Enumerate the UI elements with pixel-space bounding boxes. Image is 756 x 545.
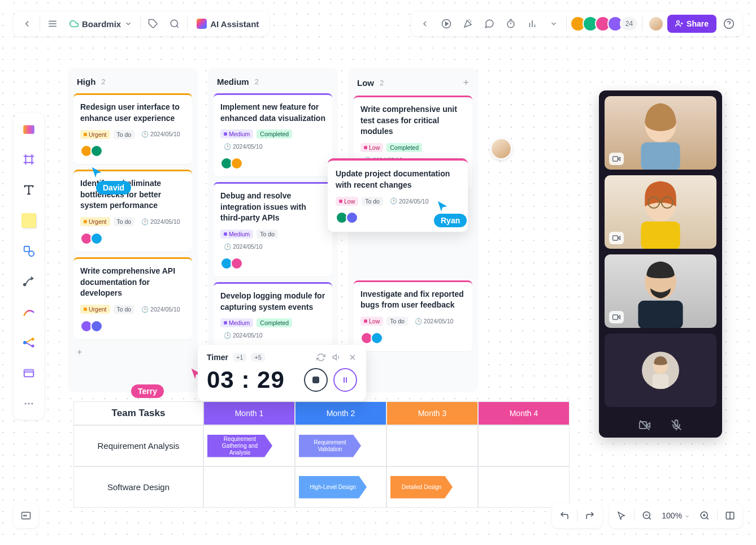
text-tool[interactable] bbox=[19, 180, 39, 200]
zoom-level[interactable]: 100% bbox=[659, 511, 692, 520]
svg-point-40 bbox=[28, 403, 29, 404]
sticky-note-tool[interactable] bbox=[19, 210, 39, 231]
confetti-button[interactable] bbox=[459, 15, 477, 33]
menu-button[interactable] bbox=[44, 15, 62, 33]
gantt-cell[interactable]: High-Level Design bbox=[295, 466, 386, 508]
video-tile-3[interactable] bbox=[605, 254, 716, 328]
search-button[interactable] bbox=[166, 15, 184, 33]
top-right-toolbar: 24 Share bbox=[411, 11, 742, 36]
video-tile-4[interactable] bbox=[605, 334, 716, 407]
mic-off-button[interactable] bbox=[671, 419, 682, 431]
video-tile-2[interactable] bbox=[605, 175, 716, 249]
top-left-toolbar: Boardmix AI Assistant bbox=[14, 11, 269, 36]
gantt-month-header: Month 4 bbox=[478, 401, 570, 425]
card-title: Debug and resolve integration issues wit… bbox=[220, 191, 325, 224]
kanban-card[interactable]: Redesign user interface to enhance user … bbox=[73, 93, 192, 164]
timer-plus-1[interactable]: +1 bbox=[233, 353, 247, 362]
ai-logo-icon bbox=[197, 19, 207, 29]
svg-point-43 bbox=[24, 515, 25, 516]
video-tile-1[interactable] bbox=[605, 96, 716, 170]
svg-marker-68 bbox=[646, 423, 650, 427]
shape-tool[interactable] bbox=[19, 241, 39, 261]
pen-tool[interactable] bbox=[19, 302, 39, 322]
svg-point-34 bbox=[32, 338, 34, 341]
timer-panel[interactable]: Timer +1 +5 03 : 29 bbox=[198, 345, 366, 401]
kanban-column[interactable]: High 2 Redesign user interface to enhanc… bbox=[68, 68, 198, 392]
feedback-button[interactable] bbox=[14, 503, 38, 528]
help-button[interactable] bbox=[720, 15, 738, 33]
gantt-cell[interactable]: Requirement Validation bbox=[295, 425, 386, 466]
chart-button[interactable] bbox=[523, 15, 541, 33]
zoom-in-button[interactable] bbox=[697, 508, 712, 524]
timer-refresh-button[interactable] bbox=[316, 353, 325, 362]
gantt-bar[interactable]: High-Level Design bbox=[299, 476, 367, 499]
gantt-cell[interactable] bbox=[203, 466, 295, 508]
zoom-out-button[interactable] bbox=[639, 508, 655, 524]
gantt-bar[interactable]: Requirement Gathering and Analysis bbox=[207, 435, 272, 457]
minimap-button[interactable] bbox=[722, 508, 738, 524]
gantt-month-header: Month 3 bbox=[386, 401, 478, 425]
add-card-button[interactable]: + bbox=[354, 357, 472, 371]
gantt-cell[interactable] bbox=[478, 425, 570, 466]
kanban-card[interactable]: Write comprehensive API documentation fo… bbox=[73, 257, 192, 339]
redo-button[interactable] bbox=[582, 508, 598, 524]
gantt-cell[interactable]: Requirement Gathering and Analysis bbox=[203, 425, 295, 466]
timer-button[interactable] bbox=[502, 15, 520, 33]
timer-pause-button[interactable] bbox=[333, 368, 357, 392]
card-assignees bbox=[80, 320, 185, 332]
templates-tool[interactable] bbox=[19, 119, 39, 139]
svg-rect-51 bbox=[641, 142, 680, 170]
back-button[interactable] bbox=[18, 15, 36, 33]
svg-rect-67 bbox=[652, 374, 668, 389]
connector-tool[interactable] bbox=[19, 271, 39, 292]
kanban-card[interactable]: Implement new feature for enhanced data … bbox=[214, 93, 332, 176]
gantt-cell[interactable] bbox=[478, 466, 570, 508]
play-button[interactable] bbox=[437, 15, 455, 33]
cursor-david-pointer bbox=[90, 166, 103, 179]
gantt-cell[interactable]: Detailed Design bbox=[386, 466, 478, 508]
timer-sound-button[interactable] bbox=[332, 353, 341, 362]
mindmap-tool[interactable] bbox=[19, 332, 39, 353]
gantt-cell[interactable] bbox=[386, 425, 478, 466]
kanban-card[interactable]: Investigate and fix reported bugs from u… bbox=[354, 280, 472, 351]
tag-button[interactable] bbox=[144, 15, 162, 33]
svg-rect-53 bbox=[613, 157, 618, 161]
undo-button[interactable] bbox=[557, 508, 572, 524]
camera-off-button[interactable] bbox=[639, 419, 650, 431]
kanban-card[interactable]: Identify and eliminate bottlenecks for b… bbox=[73, 170, 192, 252]
timer-close-button[interactable] bbox=[348, 353, 357, 362]
table-tool[interactable] bbox=[19, 363, 39, 383]
prev-button[interactable] bbox=[416, 15, 434, 33]
gantt-bar[interactable]: Detailed Design bbox=[390, 476, 453, 499]
gantt-chart[interactable]: Team TasksMonth 1Month 2Month 3Month 4 R… bbox=[73, 401, 571, 508]
comment-button[interactable] bbox=[480, 15, 498, 33]
svg-point-29 bbox=[29, 251, 34, 256]
board-name-selector[interactable]: Boardmix bbox=[65, 19, 137, 29]
current-user-avatar[interactable] bbox=[648, 16, 664, 32]
frame-tool[interactable] bbox=[19, 149, 39, 170]
gantt-bar[interactable]: Requirement Validation bbox=[299, 435, 361, 457]
timer-stop-button[interactable] bbox=[304, 368, 328, 392]
ai-assistant-button[interactable]: AI Assistant bbox=[191, 15, 264, 33]
avatar-circle bbox=[642, 352, 679, 389]
more-apps-button[interactable] bbox=[545, 15, 563, 33]
svg-rect-38 bbox=[24, 370, 34, 373]
svg-rect-60 bbox=[613, 236, 618, 240]
presence-avatars[interactable]: 24 bbox=[570, 16, 638, 32]
kanban-column[interactable]: Medium 2 Implement new feature for enhan… bbox=[208, 68, 338, 392]
bottom-toolbar: 100% bbox=[552, 503, 742, 528]
collaborator-avatar[interactable] bbox=[490, 138, 512, 159]
board-name-text: Boardmix bbox=[82, 19, 121, 29]
video-call-panel[interactable] bbox=[599, 90, 722, 438]
card-tags: Urgent To do 🕒 2024/05/10 bbox=[80, 217, 185, 227]
card-assignees bbox=[360, 332, 466, 344]
share-button[interactable]: Share bbox=[667, 15, 716, 33]
add-column-button[interactable]: + bbox=[463, 77, 469, 89]
more-tools[interactable] bbox=[19, 393, 39, 414]
timer-plus-5[interactable]: +5 bbox=[251, 353, 265, 362]
pointer-tool[interactable] bbox=[614, 508, 629, 524]
kanban-card[interactable]: Debug and resolve integration issues wit… bbox=[214, 182, 332, 276]
card-assignees bbox=[80, 145, 185, 157]
chevron-down-icon bbox=[124, 20, 132, 28]
add-card-button[interactable]: + bbox=[73, 345, 192, 360]
